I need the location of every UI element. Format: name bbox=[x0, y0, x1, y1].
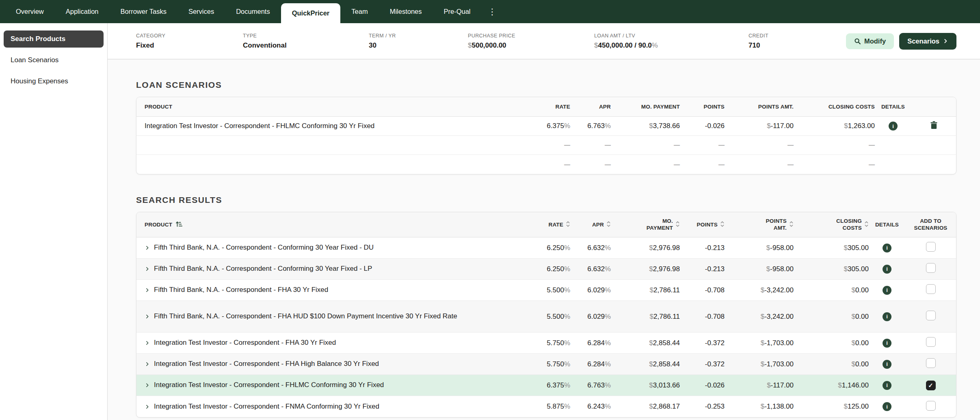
scenarios-button[interactable]: Scenarios bbox=[899, 33, 956, 50]
apr-value: 6.243% bbox=[570, 403, 611, 411]
details-info-icon[interactable]: i bbox=[883, 339, 891, 348]
add-to-scenarios-checkbox-checked[interactable]: ✓ bbox=[926, 381, 936, 390]
search-result-row[interactable]: Fifth Third Bank, N.A. - Correspondent -… bbox=[136, 280, 956, 301]
add-to-scenarios-checkbox[interactable] bbox=[926, 358, 936, 368]
tab-quickpricer[interactable]: QuickPricer bbox=[281, 3, 341, 23]
expand-chevron-icon[interactable] bbox=[145, 383, 150, 388]
add-to-scenarios-checkbox[interactable] bbox=[926, 284, 936, 294]
add-to-scenarios-checkbox[interactable] bbox=[926, 401, 936, 411]
column-header-apr: APR bbox=[570, 104, 611, 110]
loan-scenario-empty-row: — — — — — — bbox=[136, 155, 956, 174]
tab-team[interactable]: Team bbox=[340, 0, 379, 23]
column-header-closing-costs[interactable]: CLOSINGCOSTS bbox=[794, 218, 869, 231]
expand-chevron-icon[interactable] bbox=[145, 245, 150, 250]
sort-updown-icon bbox=[789, 221, 794, 228]
column-header-rate: RATE bbox=[526, 104, 570, 110]
closing-costs-value: $305.00 bbox=[794, 265, 869, 273]
loan-scenarios-table: PRODUCT RATE APR MO. PAYMENT POINTS POIN… bbox=[136, 97, 956, 174]
details-info-icon[interactable]: i bbox=[883, 286, 891, 295]
column-header-details: DETAILS bbox=[875, 104, 911, 110]
tab-borrower-tasks[interactable]: Borrower Tasks bbox=[110, 0, 177, 23]
search-icon bbox=[854, 38, 861, 45]
add-to-scenarios-checkbox[interactable] bbox=[926, 337, 936, 347]
expand-chevron-icon[interactable] bbox=[145, 340, 150, 346]
mo-payment-value: $3,013.66 bbox=[611, 381, 680, 390]
sort-updown-icon bbox=[864, 221, 869, 228]
product-name: Integration Test Investor - Corresponden… bbox=[145, 122, 374, 131]
closing-costs-value: $1,263.00 bbox=[794, 122, 875, 130]
tab-pre-qual[interactable]: Pre-Qual bbox=[433, 0, 482, 23]
expand-chevron-icon[interactable] bbox=[145, 266, 150, 272]
search-result-row[interactable]: Integration Test Investor - Corresponden… bbox=[136, 333, 956, 354]
points-amt-value: $-3,242.00 bbox=[725, 313, 794, 321]
sidebar-item-loan-scenarios[interactable]: Loan Scenarios bbox=[4, 52, 104, 69]
points-value: -0.213 bbox=[680, 244, 725, 252]
tab-overview[interactable]: Overview bbox=[5, 0, 55, 23]
summary-value: 30 bbox=[369, 41, 468, 50]
modify-button[interactable]: Modify bbox=[846, 33, 894, 49]
summary-term: TERM / YR 30 bbox=[369, 33, 468, 50]
search-result-row[interactable]: Integration Test Investor - Corresponden… bbox=[136, 396, 956, 417]
search-result-row[interactable]: Fifth Third Bank, N.A. - Correspondent -… bbox=[136, 237, 956, 259]
mo-payment-value: $2,976.98 bbox=[611, 265, 680, 273]
expand-chevron-icon[interactable] bbox=[145, 287, 150, 293]
details-info-icon[interactable]: i bbox=[889, 122, 898, 131]
search-result-row-selected[interactable]: Integration Test Investor - Corresponden… bbox=[136, 375, 956, 396]
add-to-scenarios-checkbox[interactable] bbox=[926, 242, 936, 252]
points-amt-value: $-958.00 bbox=[725, 265, 794, 273]
points-value: -0.253 bbox=[680, 403, 725, 411]
column-header-points: POINTS bbox=[680, 104, 725, 110]
column-header-product[interactable]: PRODUCT bbox=[136, 220, 526, 229]
tab-services[interactable]: Services bbox=[177, 0, 225, 23]
column-header-points[interactable]: POINTS bbox=[680, 221, 725, 228]
loan-scenario-row[interactable]: Integration Test Investor - Corresponden… bbox=[136, 117, 956, 136]
details-info-icon[interactable]: i bbox=[883, 381, 891, 390]
mo-payment-value: $2,786.11 bbox=[611, 313, 680, 321]
points-amt-value: $-958.00 bbox=[725, 244, 794, 252]
details-info-icon[interactable]: i bbox=[883, 360, 891, 369]
points-amt-value: $-3,242.00 bbox=[725, 286, 794, 294]
column-header-points-amt[interactable]: POINTSAMT. bbox=[725, 218, 794, 231]
closing-costs-value: $125.00 bbox=[794, 403, 869, 411]
rate-value: 6.250% bbox=[526, 244, 570, 252]
tab-documents[interactable]: Documents bbox=[225, 0, 281, 23]
loan-summary-bar: CATEGORY Fixed TYPE Conventional TERM / … bbox=[108, 23, 980, 59]
sort-updown-icon bbox=[606, 221, 611, 228]
column-header-mo-payment[interactable]: MO.PAYMENT bbox=[611, 218, 680, 231]
kebab-menu-icon[interactable]: ⋮ bbox=[482, 0, 503, 23]
search-result-row[interactable]: Integration Test Investor - Corresponden… bbox=[136, 354, 956, 375]
checkmark-icon: ✓ bbox=[928, 382, 933, 389]
search-result-row[interactable]: Fifth Third Bank, N.A. - Correspondent -… bbox=[136, 259, 956, 280]
rate-value: 5.750% bbox=[526, 360, 570, 368]
top-navbar: Overview Application Borrower Tasks Serv… bbox=[0, 0, 980, 23]
mo-payment-value: $2,868.17 bbox=[611, 403, 680, 411]
details-info-icon[interactable]: i bbox=[883, 244, 891, 252]
loan-scenarios-header-row: PRODUCT RATE APR MO. PAYMENT POINTS POIN… bbox=[136, 97, 956, 117]
expand-chevron-icon[interactable] bbox=[145, 404, 150, 409]
product-name: Fifth Third Bank, N.A. - Correspondent -… bbox=[154, 285, 328, 295]
chevron-right-icon bbox=[943, 38, 948, 44]
tab-application[interactable]: Application bbox=[55, 0, 110, 23]
column-header-rate[interactable]: RATE bbox=[526, 221, 570, 228]
sidebar-item-housing-expenses[interactable]: Housing Expenses bbox=[4, 73, 104, 90]
column-header-apr[interactable]: APR bbox=[570, 221, 611, 228]
details-info-icon[interactable]: i bbox=[883, 265, 891, 274]
search-result-row[interactable]: Fifth Third Bank, N.A. - Correspondent -… bbox=[136, 301, 956, 333]
delete-trash-icon[interactable] bbox=[930, 121, 938, 129]
rate-value: 6.375% bbox=[526, 381, 570, 390]
expand-chevron-icon[interactable] bbox=[145, 361, 150, 367]
column-header-details: DETAILS bbox=[869, 222, 905, 228]
tab-milestones[interactable]: Milestones bbox=[379, 0, 433, 23]
product-name: Fifth Third Bank, N.A. - Correspondent -… bbox=[154, 312, 457, 321]
details-info-icon[interactable]: i bbox=[883, 402, 891, 411]
add-to-scenarios-checkbox[interactable] bbox=[926, 263, 936, 273]
expand-chevron-icon[interactable] bbox=[145, 314, 150, 319]
loan-scenarios-title: LOAN SCENARIOS bbox=[136, 81, 956, 89]
add-to-scenarios-checkbox[interactable] bbox=[926, 311, 936, 320]
points-value: -0.708 bbox=[680, 286, 725, 294]
sidebar-item-search-products[interactable]: Search Products bbox=[4, 30, 104, 48]
summary-label: TERM / YR bbox=[369, 33, 468, 39]
details-info-icon[interactable]: i bbox=[883, 312, 891, 321]
product-name: Fifth Third Bank, N.A. - Correspondent -… bbox=[154, 264, 372, 274]
summary-type: TYPE Conventional bbox=[243, 33, 369, 50]
